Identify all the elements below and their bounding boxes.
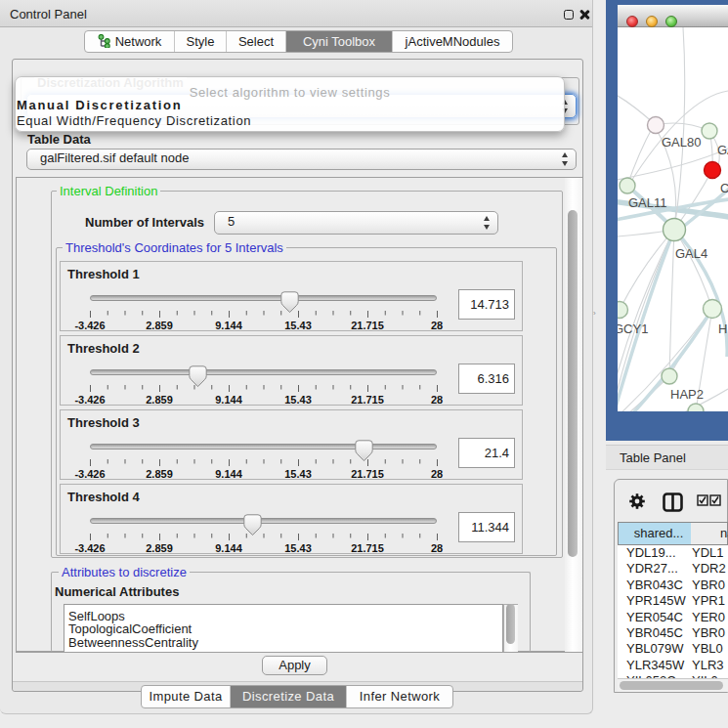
svg-text:H: H (718, 321, 727, 336)
svg-text:GCY1: GCY1 (618, 321, 648, 336)
svg-text:GAL4: GAL4 (675, 246, 707, 261)
svg-text:GAL2: GAL2 (717, 143, 728, 157)
svg-text:HAP2: HAP2 (670, 387, 704, 402)
svg-text:CR: CR (720, 181, 728, 195)
svg-text:GAL80: GAL80 (662, 135, 701, 150)
svg-text:GAL11: GAL11 (628, 195, 667, 210)
